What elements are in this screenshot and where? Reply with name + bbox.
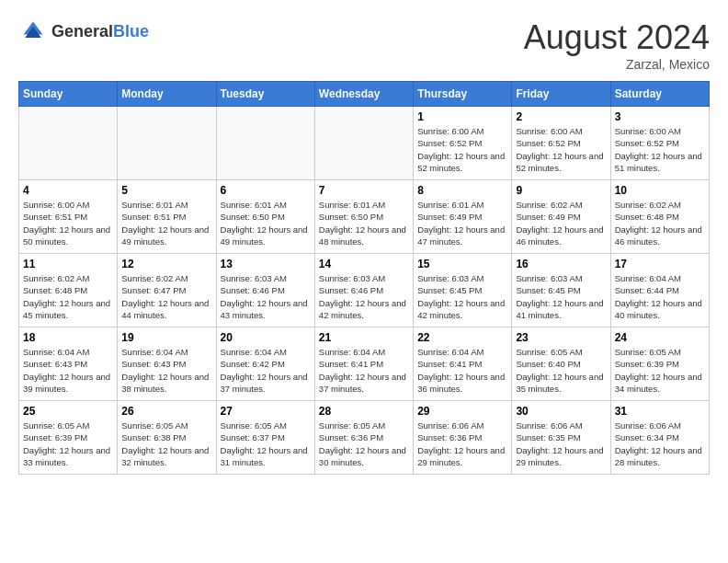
- calendar-cell: [314, 107, 413, 180]
- day-number: 19: [121, 331, 211, 344]
- calendar-cell: 19Sunrise: 6:04 AMSunset: 6:43 PMDayligh…: [118, 327, 216, 401]
- day-number: 17: [615, 258, 705, 270]
- day-detail: Sunrise: 6:02 AMSunset: 6:48 PMDaylight:…: [23, 273, 110, 320]
- day-number: 24: [615, 331, 705, 344]
- day-detail: Sunrise: 6:04 AMSunset: 6:43 PMDaylight:…: [121, 347, 209, 394]
- day-detail: Sunrise: 6:05 AMSunset: 6:39 PMDaylight:…: [615, 347, 702, 394]
- day-detail: Sunrise: 6:03 AMSunset: 6:45 PMDaylight:…: [417, 273, 505, 320]
- day-detail: Sunrise: 6:06 AMSunset: 6:36 PMDaylight:…: [417, 420, 505, 467]
- day-header-thursday: Thursday: [414, 82, 512, 107]
- day-detail: Sunrise: 6:01 AMSunset: 6:49 PMDaylight:…: [417, 200, 505, 247]
- calendar-cell: 1Sunrise: 6:00 AMSunset: 6:52 PMDaylight…: [414, 107, 512, 180]
- day-detail: Sunrise: 6:03 AMSunset: 6:45 PMDaylight:…: [516, 273, 603, 320]
- day-number: 16: [516, 258, 606, 270]
- day-header-tuesday: Tuesday: [216, 82, 314, 107]
- day-detail: Sunrise: 6:00 AMSunset: 6:52 PMDaylight:…: [615, 126, 702, 173]
- day-detail: Sunrise: 6:04 AMSunset: 6:41 PMDaylight:…: [319, 347, 406, 394]
- day-detail: Sunrise: 6:02 AMSunset: 6:48 PMDaylight:…: [615, 200, 702, 247]
- day-number: 18: [23, 331, 113, 344]
- day-number: 2: [516, 110, 606, 123]
- day-header-wednesday: Wednesday: [314, 82, 413, 107]
- day-detail: Sunrise: 6:05 AMSunset: 6:39 PMDaylight:…: [23, 420, 110, 467]
- calendar-cell: [216, 107, 314, 180]
- day-detail: Sunrise: 6:06 AMSunset: 6:35 PMDaylight:…: [516, 420, 603, 467]
- calendar-cell: [118, 107, 216, 180]
- day-detail: Sunrise: 6:06 AMSunset: 6:34 PMDaylight:…: [615, 420, 702, 467]
- calendar-cell: 22Sunrise: 6:04 AMSunset: 6:41 PMDayligh…: [414, 327, 512, 401]
- day-number: 1: [417, 110, 507, 123]
- day-detail: Sunrise: 6:00 AMSunset: 6:51 PMDaylight:…: [23, 200, 110, 247]
- calendar-cell: 20Sunrise: 6:04 AMSunset: 6:42 PMDayligh…: [216, 327, 314, 401]
- day-detail: Sunrise: 6:05 AMSunset: 6:36 PMDaylight:…: [319, 420, 406, 467]
- logo-text-blue: Blue: [113, 22, 149, 40]
- day-detail: Sunrise: 6:04 AMSunset: 6:41 PMDaylight:…: [417, 347, 505, 394]
- title-block: August 2024 Zarzal, Mexico: [524, 18, 710, 72]
- day-detail: Sunrise: 6:01 AMSunset: 6:50 PMDaylight:…: [319, 200, 406, 247]
- calendar-cell: 27Sunrise: 6:05 AMSunset: 6:37 PMDayligh…: [216, 401, 314, 475]
- calendar-cell: 3Sunrise: 6:00 AMSunset: 6:52 PMDaylight…: [610, 107, 709, 180]
- day-detail: Sunrise: 6:01 AMSunset: 6:51 PMDaylight:…: [121, 200, 209, 247]
- calendar-cell: 31Sunrise: 6:06 AMSunset: 6:34 PMDayligh…: [610, 401, 709, 475]
- calendar-week-row: 1Sunrise: 6:00 AMSunset: 6:52 PMDaylight…: [19, 107, 710, 180]
- calendar-cell: 4Sunrise: 6:00 AMSunset: 6:51 PMDaylight…: [19, 180, 118, 254]
- day-detail: Sunrise: 6:05 AMSunset: 6:40 PMDaylight:…: [516, 347, 603, 394]
- calendar-cell: 30Sunrise: 6:06 AMSunset: 6:35 PMDayligh…: [512, 401, 610, 475]
- day-number: 4: [23, 184, 113, 197]
- day-number: 15: [417, 258, 507, 270]
- day-number: 22: [417, 331, 507, 344]
- calendar-cell: 21Sunrise: 6:04 AMSunset: 6:41 PMDayligh…: [314, 327, 413, 401]
- day-number: 11: [23, 258, 113, 270]
- day-number: 27: [221, 405, 311, 418]
- calendar-week-row: 25Sunrise: 6:05 AMSunset: 6:39 PMDayligh…: [19, 401, 710, 475]
- day-header-saturday: Saturday: [610, 82, 709, 107]
- day-number: 5: [121, 184, 211, 197]
- day-detail: Sunrise: 6:04 AMSunset: 6:42 PMDaylight:…: [221, 347, 308, 394]
- day-detail: Sunrise: 6:02 AMSunset: 6:49 PMDaylight:…: [516, 200, 603, 247]
- day-number: 29: [417, 405, 507, 418]
- day-number: 26: [121, 405, 211, 418]
- calendar-cell: [19, 107, 118, 180]
- calendar-cell: 25Sunrise: 6:05 AMSunset: 6:39 PMDayligh…: [19, 401, 118, 475]
- day-number: 28: [319, 405, 409, 418]
- logo-icon: [18, 18, 48, 44]
- day-number: 6: [221, 184, 311, 197]
- calendar-cell: 23Sunrise: 6:05 AMSunset: 6:40 PMDayligh…: [512, 327, 610, 401]
- day-detail: Sunrise: 6:00 AMSunset: 6:52 PMDaylight:…: [417, 126, 505, 173]
- calendar-week-row: 11Sunrise: 6:02 AMSunset: 6:48 PMDayligh…: [19, 254, 710, 327]
- calendar-cell: 13Sunrise: 6:03 AMSunset: 6:46 PMDayligh…: [216, 254, 314, 327]
- calendar-cell: 5Sunrise: 6:01 AMSunset: 6:51 PMDaylight…: [118, 180, 216, 254]
- day-number: 23: [516, 331, 606, 344]
- day-number: 12: [121, 258, 211, 270]
- day-detail: Sunrise: 6:03 AMSunset: 6:46 PMDaylight:…: [221, 273, 308, 320]
- calendar-cell: 7Sunrise: 6:01 AMSunset: 6:50 PMDaylight…: [314, 180, 413, 254]
- calendar-cell: 12Sunrise: 6:02 AMSunset: 6:47 PMDayligh…: [118, 254, 216, 327]
- calendar-cell: 2Sunrise: 6:00 AMSunset: 6:52 PMDaylight…: [512, 107, 610, 180]
- calendar-cell: 9Sunrise: 6:02 AMSunset: 6:49 PMDaylight…: [512, 180, 610, 254]
- calendar-cell: 29Sunrise: 6:06 AMSunset: 6:36 PMDayligh…: [414, 401, 512, 475]
- day-number: 8: [417, 184, 507, 197]
- calendar-cell: 8Sunrise: 6:01 AMSunset: 6:49 PMDaylight…: [414, 180, 512, 254]
- calendar-cell: 18Sunrise: 6:04 AMSunset: 6:43 PMDayligh…: [19, 327, 118, 401]
- month-year: August 2024: [524, 18, 710, 57]
- calendar-week-row: 18Sunrise: 6:04 AMSunset: 6:43 PMDayligh…: [19, 327, 710, 401]
- logo-text-general: General: [51, 22, 113, 40]
- calendar-cell: 24Sunrise: 6:05 AMSunset: 6:39 PMDayligh…: [610, 327, 709, 401]
- day-number: 7: [319, 184, 409, 197]
- calendar-cell: 14Sunrise: 6:03 AMSunset: 6:46 PMDayligh…: [314, 254, 413, 327]
- day-number: 13: [221, 258, 311, 270]
- calendar-cell: 11Sunrise: 6:02 AMSunset: 6:48 PMDayligh…: [19, 254, 118, 327]
- day-header-friday: Friday: [512, 82, 610, 107]
- page-header: GeneralBlue August 2024 Zarzal, Mexico: [18, 18, 710, 72]
- day-number: 3: [615, 110, 705, 123]
- day-detail: Sunrise: 6:01 AMSunset: 6:50 PMDaylight:…: [221, 200, 308, 247]
- logo: GeneralBlue: [18, 18, 149, 44]
- day-detail: Sunrise: 6:05 AMSunset: 6:37 PMDaylight:…: [221, 420, 308, 467]
- day-number: 30: [516, 405, 606, 418]
- day-header-monday: Monday: [118, 82, 216, 107]
- day-header-sunday: Sunday: [19, 82, 118, 107]
- day-number: 9: [516, 184, 606, 197]
- calendar-cell: 15Sunrise: 6:03 AMSunset: 6:45 PMDayligh…: [414, 254, 512, 327]
- calendar-table: SundayMondayTuesdayWednesdayThursdayFrid…: [18, 81, 710, 475]
- day-detail: Sunrise: 6:00 AMSunset: 6:52 PMDaylight:…: [516, 126, 603, 173]
- day-number: 25: [23, 405, 113, 418]
